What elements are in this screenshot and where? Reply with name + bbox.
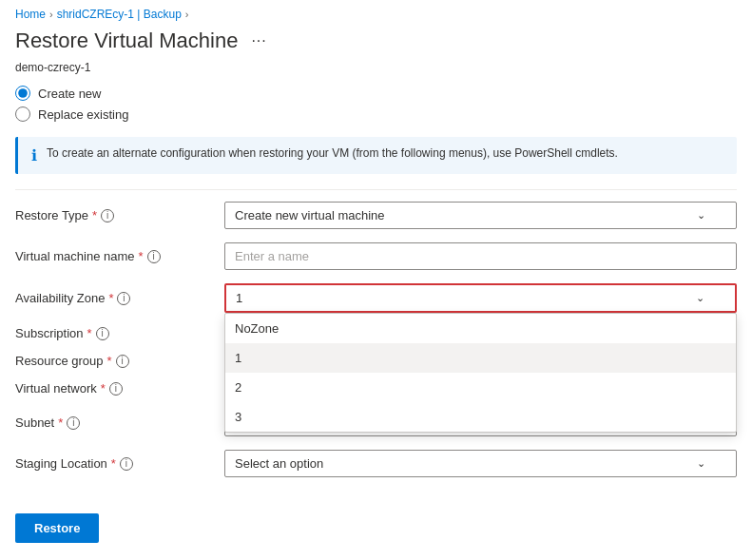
staging-location-value: Select an option — [235, 456, 323, 471]
input-wrapper-vm-name — [224, 242, 737, 270]
info-banner-text: To create an alternate configuration whe… — [47, 146, 618, 160]
info-circle-resource-group[interactable]: i — [116, 355, 129, 368]
radio-create-new[interactable]: Create new — [15, 86, 737, 101]
chevron-down-icon-staging: ⌄ — [697, 457, 705, 470]
info-circle-vm-name[interactable]: i — [147, 250, 161, 263]
label-restore-type: Restore Type * i — [15, 208, 224, 222]
breadcrumb-sep-1: › — [49, 9, 53, 20]
divider — [15, 189, 737, 190]
radio-replace-existing-input[interactable] — [15, 106, 30, 122]
required-star-availability-zone: * — [108, 291, 113, 305]
dropdown-wrapper-staging-location: Select an option ⌄ — [224, 450, 737, 477]
label-vm-name: Virtual machine name * i — [15, 249, 224, 263]
radio-create-new-label: Create new — [38, 87, 101, 101]
required-star-staging-location: * — [111, 456, 116, 471]
info-circle-subscription[interactable]: i — [96, 327, 109, 340]
vm-name-input[interactable] — [224, 242, 737, 270]
info-circle-virtual-network[interactable]: i — [109, 382, 123, 396]
label-virtual-network: Virtual network * i — [15, 381, 224, 396]
availability-zone-dropdown[interactable]: 1 ⌄ — [224, 283, 737, 313]
breadcrumb-sep-2: › — [185, 9, 189, 20]
form-area: Restore Type * i Create new virtual mach… — [0, 202, 752, 506]
form-row-restore-type: Restore Type * i Create new virtual mach… — [15, 202, 737, 229]
breadcrumb: Home › shridCZREcy-1 | Backup › — [0, 0, 752, 25]
availability-zone-dropdown-list: NoZone 1 2 3 — [224, 313, 737, 433]
availability-zone-value: 1 — [236, 291, 242, 305]
info-circle-restore-type[interactable]: i — [101, 209, 114, 222]
label-resource-group: Resource group * i — [15, 354, 224, 368]
radio-replace-existing-label: Replace existing — [38, 107, 128, 122]
page-title: Restore Virtual Machine — [15, 29, 238, 53]
required-star-vm-name: * — [139, 249, 144, 263]
required-star-resource-group: * — [107, 354, 112, 368]
form-row-availability-zone: Availability Zone * i 1 ⌄ NoZone 1 2 3 — [15, 283, 737, 313]
az-option-3[interactable]: 3 — [225, 402, 736, 432]
az-option-nozone[interactable]: NoZone — [225, 314, 736, 343]
label-staging-location: Staging Location * i — [15, 456, 224, 471]
required-star-virtual-network: * — [101, 381, 106, 396]
info-circle-staging-location[interactable]: i — [120, 457, 133, 471]
required-star-restore-type: * — [92, 208, 97, 222]
page-header: Restore Virtual Machine ··· — [0, 25, 752, 61]
az-option-1[interactable]: 1 — [225, 343, 736, 373]
breadcrumb-resource[interactable]: shridCZREcy-1 | Backup — [57, 8, 182, 21]
label-subnet: Subnet * i — [15, 415, 224, 430]
label-subscription: Subscription * i — [15, 326, 224, 340]
breadcrumb-home[interactable]: Home — [15, 8, 46, 21]
chevron-down-icon-az: ⌄ — [696, 292, 704, 304]
info-circle-availability-zone[interactable]: i — [117, 292, 130, 305]
form-row-staging-location: Staging Location * i Select an option ⌄ — [15, 450, 737, 477]
info-icon: ℹ — [31, 146, 37, 164]
restore-type-dropdown[interactable]: Create new virtual machine ⌄ — [224, 202, 737, 229]
info-circle-subnet[interactable]: i — [67, 416, 80, 430]
radio-create-new-input[interactable] — [15, 86, 30, 101]
dropdown-wrapper-restore-type: Create new virtual machine ⌄ — [224, 202, 737, 229]
page-subtitle: demo-czrecy-1 — [0, 61, 752, 82]
required-star-subscription: * — [87, 326, 92, 340]
dropdown-wrapper-availability-zone: 1 ⌄ NoZone 1 2 3 — [224, 283, 737, 313]
chevron-down-icon: ⌄ — [697, 209, 705, 222]
radio-replace-existing[interactable]: Replace existing — [15, 106, 737, 122]
restore-type-value: Create new virtual machine — [235, 208, 385, 222]
required-star-subnet: * — [58, 415, 63, 430]
form-row-vm-name: Virtual machine name * i — [15, 242, 737, 270]
restore-mode-radio-group: Create new Replace existing — [0, 82, 752, 133]
label-availability-zone: Availability Zone * i — [15, 291, 224, 305]
ellipsis-button[interactable]: ··· — [245, 30, 272, 51]
az-option-2[interactable]: 2 — [225, 373, 736, 402]
info-banner: ℹ To create an alternate configuration w… — [15, 137, 737, 174]
restore-button[interactable]: Restore — [15, 513, 99, 543]
staging-location-dropdown[interactable]: Select an option ⌄ — [224, 450, 737, 477]
